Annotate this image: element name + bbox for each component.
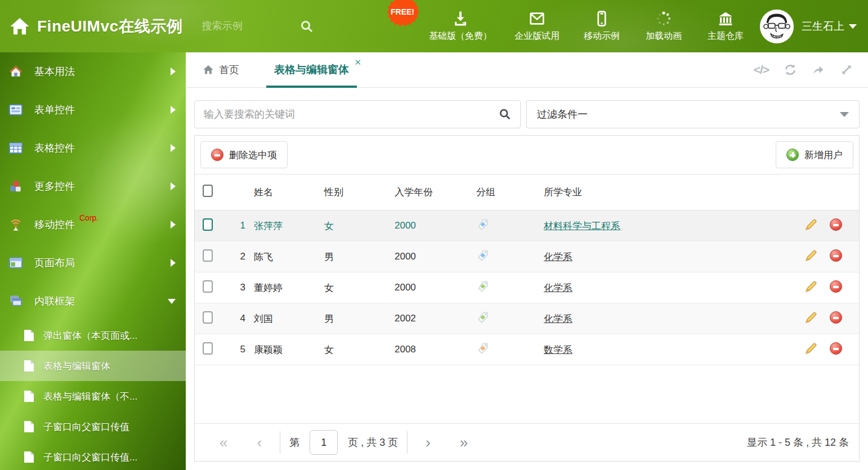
prev-page-button[interactable]: ‹ — [242, 435, 276, 450]
sidebar-item-more-controls[interactable]: 更多控件 — [0, 167, 186, 205]
last-page-button[interactable]: » — [445, 435, 482, 450]
row-checkbox[interactable] — [203, 311, 213, 324]
table-row[interactable]: 2 陈飞 男 2000 化学系 — [195, 241, 859, 272]
sidebar-item-grid-controls[interactable]: 表格控件 — [0, 129, 186, 167]
tab-active-label: 表格与编辑窗体 — [274, 62, 349, 77]
home-icon[interactable] — [9, 16, 30, 37]
major-link[interactable]: 化学系 — [544, 283, 572, 293]
sidebar-item-form-controls[interactable]: 表单控件 — [0, 91, 186, 129]
file-icon — [24, 360, 34, 372]
delete-selected-button[interactable]: 删除选中项 — [200, 141, 288, 168]
download-icon — [452, 10, 469, 27]
delete-icon[interactable] — [830, 280, 842, 293]
search-icon[interactable] — [499, 108, 511, 120]
next-page-button[interactable]: › — [411, 435, 445, 450]
edit-icon[interactable] — [804, 280, 818, 293]
tag-icon — [476, 342, 489, 355]
nav-label: 移动示例 — [584, 30, 620, 42]
major-link[interactable]: 化学系 — [544, 314, 572, 324]
page-number-input[interactable] — [310, 430, 338, 455]
sidebar-item-label: 移动控件 — [34, 218, 75, 231]
column-header-name[interactable]: 姓名 — [247, 186, 319, 199]
row-checkbox[interactable] — [203, 218, 213, 231]
sidebar-item-label: 基本用法 — [34, 65, 75, 78]
open-new-window-icon[interactable] — [812, 63, 825, 77]
major-link[interactable]: 化学系 — [544, 252, 572, 262]
sidebar-subitem-label: 弹出窗体（本页面或... — [43, 329, 137, 342]
delete-icon[interactable] — [830, 311, 842, 324]
sidebar-subitem-popup-window[interactable]: 弹出窗体（本页面或... — [0, 320, 186, 351]
row-checkbox[interactable] — [203, 342, 213, 355]
page-prefix-label: 第 — [289, 436, 299, 449]
expand-arrow-icon — [171, 68, 176, 75]
sidebar-subitem-child-to-parent[interactable]: 子窗口向父窗口传值 — [0, 411, 186, 442]
cell-year: 2000 — [389, 282, 471, 293]
refresh-icon[interactable] — [784, 63, 797, 77]
row-index: 2 — [223, 251, 247, 262]
cell-name: 刘国 — [247, 312, 319, 325]
add-user-button[interactable]: 新增用户 — [776, 141, 853, 168]
sidebar-item-label: 页面布局 — [34, 256, 75, 270]
row-checkbox[interactable] — [203, 249, 213, 262]
grid-toolbar: 删除选中项 新增用户 — [195, 136, 859, 174]
delete-icon[interactable] — [830, 249, 842, 262]
spinner-icon — [655, 10, 672, 27]
header-search-input[interactable] — [202, 20, 287, 32]
table-row[interactable]: 4 刘国 男 2002 化学系 — [195, 303, 859, 334]
header-nav: 基础版（免费） 企业版试用 移动示例 加载动画 主题仓库 — [429, 10, 745, 42]
table-row[interactable]: 1 张萍萍 女 2000 材料科学与工程系 — [195, 211, 859, 241]
tab-close-icon[interactable]: ✕ — [354, 58, 361, 66]
edit-icon[interactable] — [804, 311, 818, 324]
layout-icon — [8, 256, 23, 270]
divider — [280, 431, 280, 454]
delete-icon[interactable] — [830, 342, 842, 355]
sidebar-item-mobile-controls[interactable]: 移动控件 Corp. — [0, 205, 186, 244]
tab-grid-edit-window[interactable]: 表格与编辑窗体 ✕ — [266, 52, 357, 87]
source-code-icon[interactable]: </> — [754, 63, 769, 77]
nav-mobile-demo[interactable]: 移动示例 — [582, 10, 621, 42]
filter-dropdown[interactable]: 过滤条件一 — [526, 100, 860, 128]
table-row[interactable]: 3 董婷婷 女 2000 化学系 — [195, 272, 859, 303]
cell-name: 康颖颖 — [247, 343, 319, 356]
edit-icon[interactable] — [804, 249, 818, 262]
nav-enterprise-trial[interactable]: 企业版试用 — [514, 10, 560, 42]
nav-label: 加载动画 — [646, 30, 682, 42]
column-header-gender[interactable]: 性别 — [319, 186, 389, 199]
user-avatar[interactable] — [760, 10, 794, 43]
nav-theme-repo[interactable]: 主题仓库 — [706, 10, 745, 42]
fullscreen-icon[interactable] — [840, 63, 853, 77]
nav-loading-animation[interactable]: 加载动画 — [644, 10, 683, 42]
sidebar-item-basic-usage[interactable]: 基本用法 — [0, 52, 186, 91]
row-checkbox[interactable] — [203, 280, 213, 293]
cubes-icon — [8, 179, 23, 194]
edit-icon[interactable] — [804, 342, 818, 355]
expand-arrow-icon — [171, 221, 176, 229]
nav-basic-free[interactable]: 基础版（免费） — [429, 10, 492, 42]
antenna-icon — [8, 217, 23, 232]
column-header-group[interactable]: 分组 — [471, 186, 538, 199]
cell-name: 张萍萍 — [247, 220, 319, 232]
sidebar-item-label: 内联框架 — [34, 294, 75, 308]
delete-icon[interactable] — [830, 218, 842, 231]
edit-icon[interactable] — [804, 218, 818, 231]
first-page-button[interactable]: « — [205, 435, 242, 450]
select-all-checkbox[interactable] — [203, 185, 213, 197]
column-header-year[interactable]: 入学年份 — [389, 186, 471, 199]
sidebar-item-page-layout[interactable]: 页面布局 — [0, 244, 186, 282]
cell-gender: 男 — [319, 312, 389, 325]
sidebar-subitem-grid-edit-window-2[interactable]: 表格与编辑窗体（不... — [0, 381, 186, 411]
major-link[interactable]: 数学系 — [544, 344, 572, 355]
sidebar-subitem-child-to-parent-2[interactable]: 子窗口向父窗口传值... — [0, 442, 186, 470]
search-icon[interactable] — [300, 20, 314, 33]
column-header-major[interactable]: 所学专业 — [538, 186, 799, 199]
user-menu[interactable]: 三生石上 — [802, 19, 857, 34]
filter-selected-value: 过滤条件一 — [537, 108, 840, 121]
delete-button-label: 删除选中项 — [229, 149, 277, 162]
major-link[interactable]: 材料科学与工程系 — [544, 221, 620, 231]
sidebar-subitem-grid-edit-window[interactable]: 表格与编辑窗体 — [0, 351, 186, 381]
sidebar-item-iframe[interactable]: 内联框架 — [0, 282, 186, 320]
keyword-search-input[interactable] — [204, 109, 499, 120]
tab-home[interactable]: 首页 — [203, 52, 239, 87]
table-row[interactable]: 5 康颖颖 女 2008 数学系 — [195, 334, 859, 365]
nav-label: 企业版试用 — [514, 30, 560, 42]
